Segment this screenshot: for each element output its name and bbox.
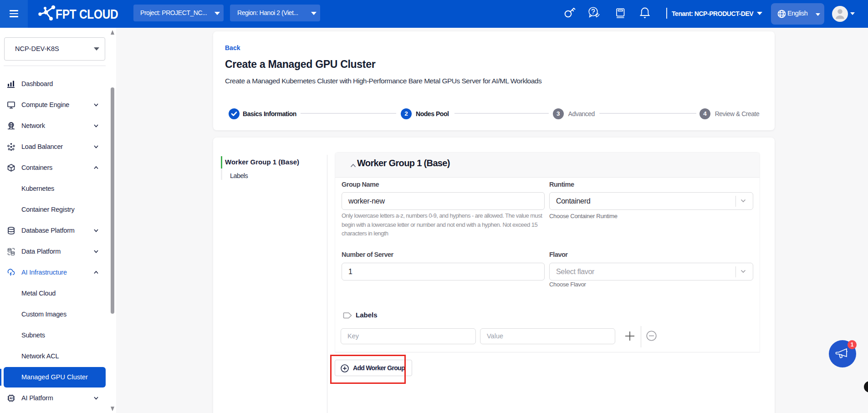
svg-text:AI: AI: [10, 397, 13, 400]
